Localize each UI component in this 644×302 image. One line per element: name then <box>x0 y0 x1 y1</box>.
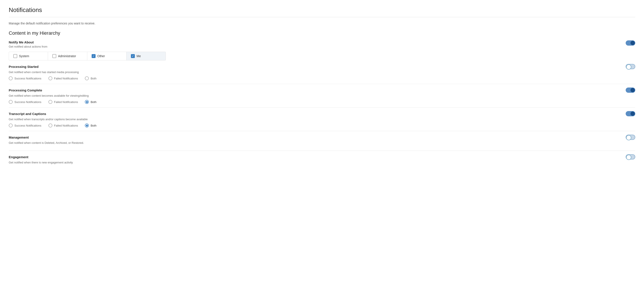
toggle-engagement[interactable] <box>626 154 635 160</box>
checkbox-other-box <box>92 54 96 58</box>
radio-label: Both <box>90 100 96 104</box>
radio-circle <box>48 76 52 80</box>
radio-processing-started-success-notifications[interactable]: Success Notifications <box>9 76 42 80</box>
checkbox-me-box <box>131 54 135 58</box>
toggle-processing-started[interactable] <box>626 64 635 69</box>
row-title-transcript-captions: Transcript and Captions <box>9 112 46 116</box>
radio-processing-complete-failed-notifications[interactable]: Failed Notifications <box>48 100 78 104</box>
radio-label: Failed Notifications <box>54 124 78 127</box>
checkbox-administrator[interactable]: Administrator <box>48 52 87 60</box>
notify-me-desc: Get notified about actions from <box>9 45 47 48</box>
radio-circle <box>48 100 52 104</box>
row-desc-engagement: Get notified when there is new engagemen… <box>9 161 635 164</box>
notification-row-engagement: Engagement Get notified when there is ne… <box>9 150 635 170</box>
page-subtitle: Manage the default notification preferen… <box>9 22 635 25</box>
checkbox-system-box <box>13 54 17 58</box>
row-title-management: Management <box>9 136 29 139</box>
notifications-list: Processing Started Get notified when con… <box>9 60 635 170</box>
checkbox-administrator-label: Administrator <box>58 54 76 58</box>
notification-row-transcript-captions: Transcript and Captions Get notified whe… <box>9 107 635 131</box>
radio-circle <box>85 76 89 80</box>
radio-processing-started-failed-notifications[interactable]: Failed Notifications <box>48 76 78 80</box>
notification-row-processing-started: Processing Started Get notified when con… <box>9 60 635 84</box>
radio-label: Both <box>90 124 96 127</box>
notify-me-checkboxes: System Administrator Other Me <box>9 52 635 60</box>
notify-me-info: Notify Me About Get notified about actio… <box>9 40 47 48</box>
radio-label: Failed Notifications <box>54 100 78 104</box>
radio-circle <box>9 76 13 80</box>
notify-me-toggle[interactable] <box>626 40 635 46</box>
radio-group-processing-complete: Success Notifications Failed Notificatio… <box>9 100 635 104</box>
radio-group-processing-started: Success Notifications Failed Notificatio… <box>9 76 635 80</box>
radio-label: Success Notifications <box>14 100 42 104</box>
radio-circle <box>85 100 89 104</box>
radio-group-transcript-captions: Success Notifications Failed Notificatio… <box>9 124 635 128</box>
notification-row-management: Management Get notified when content is … <box>9 131 635 150</box>
row-header-engagement: Engagement <box>9 154 635 160</box>
toggle-management[interactable] <box>626 135 635 140</box>
checkbox-other-label: Other <box>97 54 105 58</box>
notification-row-processing-complete: Processing Complete Get notified when co… <box>9 84 635 107</box>
radio-processing-started-both[interactable]: Both <box>85 76 96 80</box>
row-desc-transcript-captions: Get notified when transcripts and/or cap… <box>9 118 635 121</box>
radio-label: Both <box>90 77 96 80</box>
notify-me-title: Notify Me About <box>9 40 47 44</box>
row-title-processing-started: Processing Started <box>9 65 38 68</box>
radio-processing-complete-both[interactable]: Both <box>85 100 96 104</box>
toggle-processing-complete[interactable] <box>626 88 635 93</box>
row-header-management: Management <box>9 135 635 140</box>
row-desc-processing-complete: Get notified when content becomes availa… <box>9 94 635 97</box>
row-desc-management: Get notified when content is Deleted, Ar… <box>9 141 635 144</box>
notify-me-section: Notify Me About Get notified about actio… <box>9 40 635 60</box>
page-title: Notifications <box>9 6 635 14</box>
radio-circle <box>48 124 52 128</box>
checkbox-me-label: Me <box>136 54 141 58</box>
radio-circle <box>9 124 13 128</box>
radio-label: Failed Notifications <box>54 77 78 80</box>
radio-transcript-captions-success-notifications[interactable]: Success Notifications <box>9 124 42 128</box>
radio-circle <box>9 100 13 104</box>
row-header-processing-started: Processing Started <box>9 64 635 69</box>
radio-circle <box>85 124 89 128</box>
row-header-transcript-captions: Transcript and Captions <box>9 111 635 116</box>
checkbox-other[interactable]: Other <box>87 52 126 60</box>
toggle-transcript-captions[interactable] <box>626 111 635 116</box>
row-title-engagement: Engagement <box>9 155 28 159</box>
radio-processing-complete-success-notifications[interactable]: Success Notifications <box>9 100 42 104</box>
row-title-processing-complete: Processing Complete <box>9 88 42 92</box>
checkbox-system-label: System <box>19 54 29 58</box>
checkbox-administrator-box <box>52 54 56 58</box>
radio-transcript-captions-both[interactable]: Both <box>85 124 96 128</box>
notify-me-row: Notify Me About Get notified about actio… <box>9 40 635 48</box>
row-desc-processing-started: Get notified when content has started me… <box>9 70 635 74</box>
checkbox-system[interactable]: System <box>9 52 48 60</box>
title-divider <box>9 17 635 17</box>
row-header-processing-complete: Processing Complete <box>9 88 635 93</box>
radio-transcript-captions-failed-notifications[interactable]: Failed Notifications <box>48 124 78 128</box>
radio-label: Success Notifications <box>14 77 42 80</box>
radio-label: Success Notifications <box>14 124 42 127</box>
section-title: Content in my Hierarchy <box>9 30 635 36</box>
checkbox-me[interactable]: Me <box>126 52 166 60</box>
